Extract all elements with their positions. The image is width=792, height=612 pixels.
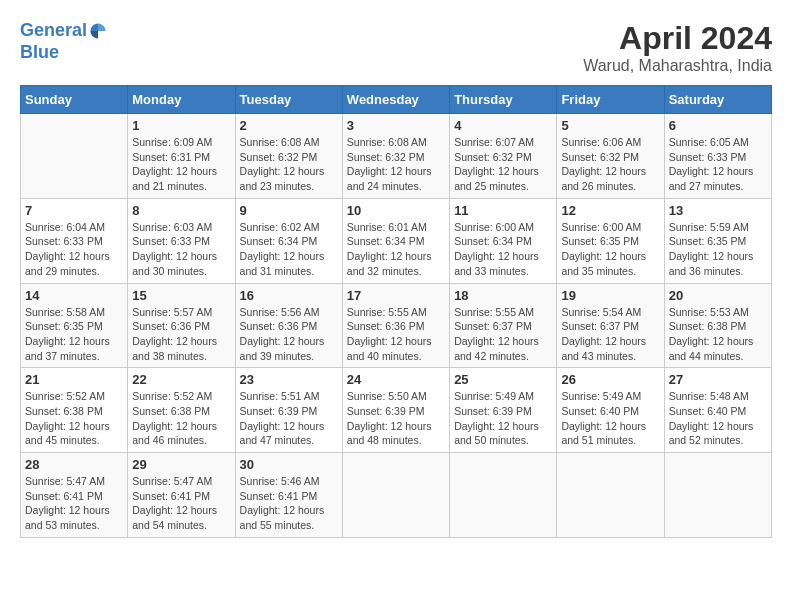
day-info: Sunrise: 6:06 AMSunset: 6:32 PMDaylight:… (561, 135, 659, 194)
day-info: Sunrise: 5:47 AMSunset: 6:41 PMDaylight:… (132, 474, 230, 533)
day-number: 24 (347, 372, 445, 387)
page-subtitle: Warud, Maharashtra, India (583, 57, 772, 75)
calendar-cell: 26Sunrise: 5:49 AMSunset: 6:40 PMDayligh… (557, 368, 664, 453)
day-number: 30 (240, 457, 338, 472)
logo-blue-text: Blue (20, 42, 107, 64)
calendar-cell: 8Sunrise: 6:03 AMSunset: 6:33 PMDaylight… (128, 198, 235, 283)
calendar-cell: 6Sunrise: 6:05 AMSunset: 6:33 PMDaylight… (664, 114, 771, 199)
week-row-4: 21Sunrise: 5:52 AMSunset: 6:38 PMDayligh… (21, 368, 772, 453)
calendar-cell: 5Sunrise: 6:06 AMSunset: 6:32 PMDaylight… (557, 114, 664, 199)
day-info: Sunrise: 6:00 AMSunset: 6:35 PMDaylight:… (561, 220, 659, 279)
day-number: 26 (561, 372, 659, 387)
calendar-cell: 9Sunrise: 6:02 AMSunset: 6:34 PMDaylight… (235, 198, 342, 283)
day-number: 23 (240, 372, 338, 387)
week-row-3: 14Sunrise: 5:58 AMSunset: 6:35 PMDayligh… (21, 283, 772, 368)
day-info: Sunrise: 6:08 AMSunset: 6:32 PMDaylight:… (240, 135, 338, 194)
day-info: Sunrise: 5:52 AMSunset: 6:38 PMDaylight:… (25, 389, 123, 448)
calendar-cell (342, 453, 449, 538)
day-info: Sunrise: 5:55 AMSunset: 6:37 PMDaylight:… (454, 305, 552, 364)
calendar-cell: 23Sunrise: 5:51 AMSunset: 6:39 PMDayligh… (235, 368, 342, 453)
day-info: Sunrise: 6:03 AMSunset: 6:33 PMDaylight:… (132, 220, 230, 279)
day-info: Sunrise: 5:51 AMSunset: 6:39 PMDaylight:… (240, 389, 338, 448)
calendar-cell: 17Sunrise: 5:55 AMSunset: 6:36 PMDayligh… (342, 283, 449, 368)
column-header-monday: Monday (128, 86, 235, 114)
calendar-cell: 2Sunrise: 6:08 AMSunset: 6:32 PMDaylight… (235, 114, 342, 199)
logo-icon (89, 22, 107, 40)
day-info: Sunrise: 6:09 AMSunset: 6:31 PMDaylight:… (132, 135, 230, 194)
day-info: Sunrise: 5:47 AMSunset: 6:41 PMDaylight:… (25, 474, 123, 533)
day-info: Sunrise: 6:05 AMSunset: 6:33 PMDaylight:… (669, 135, 767, 194)
day-number: 17 (347, 288, 445, 303)
day-info: Sunrise: 5:48 AMSunset: 6:40 PMDaylight:… (669, 389, 767, 448)
column-headers: SundayMondayTuesdayWednesdayThursdayFrid… (21, 86, 772, 114)
calendar-cell: 15Sunrise: 5:57 AMSunset: 6:36 PMDayligh… (128, 283, 235, 368)
day-number: 2 (240, 118, 338, 133)
day-info: Sunrise: 6:07 AMSunset: 6:32 PMDaylight:… (454, 135, 552, 194)
day-info: Sunrise: 6:01 AMSunset: 6:34 PMDaylight:… (347, 220, 445, 279)
calendar-cell: 20Sunrise: 5:53 AMSunset: 6:38 PMDayligh… (664, 283, 771, 368)
week-row-5: 28Sunrise: 5:47 AMSunset: 6:41 PMDayligh… (21, 453, 772, 538)
day-info: Sunrise: 5:53 AMSunset: 6:38 PMDaylight:… (669, 305, 767, 364)
day-number: 29 (132, 457, 230, 472)
calendar-cell: 29Sunrise: 5:47 AMSunset: 6:41 PMDayligh… (128, 453, 235, 538)
day-info: Sunrise: 5:58 AMSunset: 6:35 PMDaylight:… (25, 305, 123, 364)
day-info: Sunrise: 5:55 AMSunset: 6:36 PMDaylight:… (347, 305, 445, 364)
column-header-sunday: Sunday (21, 86, 128, 114)
day-info: Sunrise: 5:46 AMSunset: 6:41 PMDaylight:… (240, 474, 338, 533)
logo: General Blue (20, 20, 107, 63)
day-number: 22 (132, 372, 230, 387)
page-title: April 2024 (583, 20, 772, 57)
day-number: 5 (561, 118, 659, 133)
day-number: 16 (240, 288, 338, 303)
day-number: 28 (25, 457, 123, 472)
calendar-cell: 13Sunrise: 5:59 AMSunset: 6:35 PMDayligh… (664, 198, 771, 283)
day-number: 12 (561, 203, 659, 218)
page-header: General Blue April 2024 Warud, Maharasht… (20, 20, 772, 75)
column-header-wednesday: Wednesday (342, 86, 449, 114)
day-number: 19 (561, 288, 659, 303)
day-number: 20 (669, 288, 767, 303)
calendar-cell: 14Sunrise: 5:58 AMSunset: 6:35 PMDayligh… (21, 283, 128, 368)
day-number: 10 (347, 203, 445, 218)
day-number: 27 (669, 372, 767, 387)
day-number: 11 (454, 203, 552, 218)
day-info: Sunrise: 6:04 AMSunset: 6:33 PMDaylight:… (25, 220, 123, 279)
logo-text: General (20, 20, 87, 42)
day-number: 18 (454, 288, 552, 303)
calendar-cell: 1Sunrise: 6:09 AMSunset: 6:31 PMDaylight… (128, 114, 235, 199)
calendar-cell: 16Sunrise: 5:56 AMSunset: 6:36 PMDayligh… (235, 283, 342, 368)
day-number: 8 (132, 203, 230, 218)
calendar-cell: 18Sunrise: 5:55 AMSunset: 6:37 PMDayligh… (450, 283, 557, 368)
title-block: April 2024 Warud, Maharashtra, India (583, 20, 772, 75)
day-info: Sunrise: 5:49 AMSunset: 6:40 PMDaylight:… (561, 389, 659, 448)
day-info: Sunrise: 5:57 AMSunset: 6:36 PMDaylight:… (132, 305, 230, 364)
day-number: 25 (454, 372, 552, 387)
day-info: Sunrise: 6:08 AMSunset: 6:32 PMDaylight:… (347, 135, 445, 194)
column-header-friday: Friday (557, 86, 664, 114)
day-number: 15 (132, 288, 230, 303)
calendar-cell (450, 453, 557, 538)
day-info: Sunrise: 5:56 AMSunset: 6:36 PMDaylight:… (240, 305, 338, 364)
calendar-table: SundayMondayTuesdayWednesdayThursdayFrid… (20, 85, 772, 538)
calendar-cell: 24Sunrise: 5:50 AMSunset: 6:39 PMDayligh… (342, 368, 449, 453)
column-header-tuesday: Tuesday (235, 86, 342, 114)
calendar-cell: 7Sunrise: 6:04 AMSunset: 6:33 PMDaylight… (21, 198, 128, 283)
day-number: 7 (25, 203, 123, 218)
calendar-cell: 21Sunrise: 5:52 AMSunset: 6:38 PMDayligh… (21, 368, 128, 453)
calendar-cell: 4Sunrise: 6:07 AMSunset: 6:32 PMDaylight… (450, 114, 557, 199)
column-header-saturday: Saturday (664, 86, 771, 114)
day-number: 9 (240, 203, 338, 218)
week-row-1: 1Sunrise: 6:09 AMSunset: 6:31 PMDaylight… (21, 114, 772, 199)
calendar-cell: 25Sunrise: 5:49 AMSunset: 6:39 PMDayligh… (450, 368, 557, 453)
day-number: 1 (132, 118, 230, 133)
day-number: 4 (454, 118, 552, 133)
calendar-cell (664, 453, 771, 538)
day-info: Sunrise: 5:50 AMSunset: 6:39 PMDaylight:… (347, 389, 445, 448)
calendar-cell: 10Sunrise: 6:01 AMSunset: 6:34 PMDayligh… (342, 198, 449, 283)
calendar-cell: 27Sunrise: 5:48 AMSunset: 6:40 PMDayligh… (664, 368, 771, 453)
day-info: Sunrise: 6:00 AMSunset: 6:34 PMDaylight:… (454, 220, 552, 279)
calendar-cell: 22Sunrise: 5:52 AMSunset: 6:38 PMDayligh… (128, 368, 235, 453)
calendar-cell: 11Sunrise: 6:00 AMSunset: 6:34 PMDayligh… (450, 198, 557, 283)
day-info: Sunrise: 5:52 AMSunset: 6:38 PMDaylight:… (132, 389, 230, 448)
day-info: Sunrise: 6:02 AMSunset: 6:34 PMDaylight:… (240, 220, 338, 279)
